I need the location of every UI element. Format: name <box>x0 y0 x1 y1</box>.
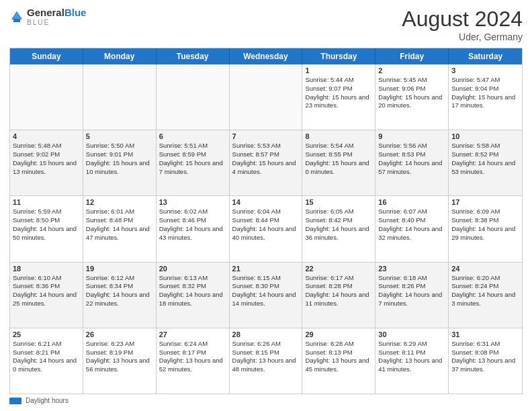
sunrise-text: Sunrise: 6:28 AM <box>305 340 372 349</box>
header-day-tuesday: Tuesday <box>157 48 230 64</box>
calendar-cell-11: 11Sunrise: 5:59 AMSunset: 8:50 PMDayligh… <box>10 196 83 261</box>
sunrise-text: Sunrise: 5:53 AM <box>232 142 300 150</box>
header: GeneralBlue BLUE August 2024 Uder, Germa… <box>9 7 523 42</box>
sunrise-text: Sunrise: 6:09 AM <box>451 208 519 216</box>
footer-label: Daylight hours <box>26 397 69 404</box>
daylight-text: Daylight: 15 hours and 13 minutes. <box>13 159 80 177</box>
calendar-cell-28: 28Sunrise: 6:26 AMSunset: 8:15 PMDayligh… <box>230 328 303 394</box>
daylight-text: Daylight: 15 hours and 17 minutes. <box>451 93 519 111</box>
sunset-text: Sunset: 8:55 PM <box>305 150 372 159</box>
day-number: 7 <box>232 132 300 140</box>
calendar-row-3: 18Sunrise: 6:10 AMSunset: 8:36 PMDayligh… <box>10 263 522 328</box>
calendar-body: 1Sunrise: 5:44 AMSunset: 9:07 PMDaylight… <box>10 64 522 394</box>
calendar-cell-31: 31Sunrise: 6:31 AMSunset: 8:08 PMDayligh… <box>449 328 522 394</box>
day-number: 6 <box>159 132 226 140</box>
day-number: 22 <box>305 265 372 273</box>
svg-marker-1 <box>12 12 21 19</box>
sunset-text: Sunset: 8:21 PM <box>13 349 80 357</box>
calendar-cell-2: 2Sunrise: 5:45 AMSunset: 9:06 PMDaylight… <box>375 64 449 130</box>
sunrise-text: Sunrise: 6:24 AM <box>159 340 226 349</box>
calendar-cell-empty <box>83 64 157 130</box>
sunrise-text: Sunrise: 6:26 AM <box>232 340 300 349</box>
day-number: 18 <box>13 265 80 273</box>
sunset-text: Sunset: 8:26 PM <box>378 282 445 291</box>
sunset-text: Sunset: 8:53 PM <box>378 150 445 159</box>
day-number: 30 <box>378 330 445 338</box>
daylight-text: Daylight: 13 hours and 48 minutes. <box>232 357 300 374</box>
sunrise-text: Sunrise: 6:20 AM <box>451 274 519 283</box>
calendar-row-4: 25Sunrise: 6:21 AMSunset: 8:21 PMDayligh… <box>10 328 522 394</box>
header-day-monday: Monday <box>83 48 157 64</box>
sunrise-text: Sunrise: 6:17 AM <box>305 274 372 283</box>
daylight-text: Daylight: 15 hours and 4 minutes. <box>232 159 300 177</box>
day-number: 8 <box>305 132 372 140</box>
logo-general: General <box>27 7 64 18</box>
sunrise-text: Sunrise: 5:50 AM <box>86 142 153 150</box>
calendar-row-1: 4Sunrise: 5:48 AMSunset: 9:02 PMDaylight… <box>10 130 522 196</box>
sunset-text: Sunset: 9:02 PM <box>13 150 80 159</box>
daylight-text: Daylight: 14 hours and 32 minutes. <box>378 225 445 242</box>
calendar-cell-30: 30Sunrise: 6:29 AMSunset: 8:11 PMDayligh… <box>375 328 449 394</box>
calendar-cell-empty <box>10 64 83 130</box>
day-number: 4 <box>13 132 80 140</box>
logo-blue: Blue <box>64 7 87 18</box>
daylight-text: Daylight: 14 hours and 50 minutes. <box>13 225 80 242</box>
daylight-text: Daylight: 14 hours and 57 minutes. <box>378 159 445 177</box>
day-number: 5 <box>86 132 153 140</box>
sunset-text: Sunset: 8:11 PM <box>378 349 445 357</box>
calendar-row-0: 1Sunrise: 5:44 AMSunset: 9:07 PMDaylight… <box>10 64 522 130</box>
daylight-text: Daylight: 14 hours and 22 minutes. <box>86 291 153 308</box>
sunset-text: Sunset: 8:17 PM <box>159 349 226 357</box>
daylight-text: Daylight: 14 hours and 36 minutes. <box>305 225 372 242</box>
sunrise-text: Sunrise: 6:04 AM <box>232 208 300 216</box>
sunrise-text: Sunrise: 5:45 AM <box>378 76 445 85</box>
calendar-cell-empty <box>230 64 303 130</box>
calendar-cell-18: 18Sunrise: 6:10 AMSunset: 8:36 PMDayligh… <box>10 263 83 328</box>
calendar-cell-26: 26Sunrise: 6:23 AMSunset: 8:19 PMDayligh… <box>83 328 157 394</box>
logo-area: GeneralBlue BLUE <box>9 7 86 26</box>
calendar-cell-5: 5Sunrise: 5:50 AMSunset: 9:01 PMDaylight… <box>83 130 157 195</box>
daylight-text: Daylight: 14 hours and 14 minutes. <box>232 291 300 308</box>
sunset-text: Sunset: 8:19 PM <box>86 349 153 357</box>
calendar-cell-empty <box>157 64 230 130</box>
day-number: 13 <box>159 198 226 206</box>
daylight-text: Daylight: 13 hours and 52 minutes. <box>159 357 226 374</box>
calendar-cell-29: 29Sunrise: 6:28 AMSunset: 8:13 PMDayligh… <box>302 328 375 394</box>
calendar-cell-4: 4Sunrise: 5:48 AMSunset: 9:02 PMDaylight… <box>10 130 83 195</box>
day-number: 15 <box>305 198 372 206</box>
sunrise-text: Sunrise: 6:13 AM <box>159 274 226 283</box>
daylight-text: Daylight: 14 hours and 3 minutes. <box>451 291 519 308</box>
calendar-cell-25: 25Sunrise: 6:21 AMSunset: 8:21 PMDayligh… <box>10 328 83 394</box>
sunrise-text: Sunrise: 6:31 AM <box>451 340 519 349</box>
sunset-text: Sunset: 9:01 PM <box>86 150 153 159</box>
calendar-header: SundayMondayTuesdayWednesdayThursdayFrid… <box>10 48 522 64</box>
day-number: 2 <box>378 66 445 75</box>
day-number: 29 <box>305 330 372 338</box>
sunrise-text: Sunrise: 6:01 AM <box>86 208 153 216</box>
calendar-cell-6: 6Sunrise: 5:51 AMSunset: 8:59 PMDaylight… <box>157 130 230 195</box>
day-number: 19 <box>86 265 153 273</box>
calendar-cell-7: 7Sunrise: 5:53 AMSunset: 8:57 PMDaylight… <box>230 130 303 195</box>
sunset-text: Sunset: 8:48 PM <box>86 216 153 225</box>
day-number: 24 <box>451 265 519 273</box>
daylight-text: Daylight: 13 hours and 37 minutes. <box>451 357 519 374</box>
calendar-cell-1: 1Sunrise: 5:44 AMSunset: 9:07 PMDaylight… <box>302 64 375 130</box>
calendar-cell-9: 9Sunrise: 5:56 AMSunset: 8:53 PMDaylight… <box>375 130 449 195</box>
sunset-text: Sunset: 8:15 PM <box>232 349 300 357</box>
calendar-row-2: 11Sunrise: 5:59 AMSunset: 8:50 PMDayligh… <box>10 196 522 262</box>
day-number: 21 <box>232 265 300 273</box>
calendar-cell-3: 3Sunrise: 5:47 AMSunset: 9:04 PMDaylight… <box>449 64 522 130</box>
sunrise-text: Sunrise: 6:29 AM <box>378 340 445 349</box>
calendar-cell-13: 13Sunrise: 6:02 AMSunset: 8:46 PMDayligh… <box>157 196 230 261</box>
sunset-text: Sunset: 8:46 PM <box>159 216 226 225</box>
calendar-cell-17: 17Sunrise: 6:09 AMSunset: 8:38 PMDayligh… <box>449 196 522 261</box>
day-number: 9 <box>378 132 445 140</box>
daylight-text: Daylight: 14 hours and 29 minutes. <box>451 225 519 242</box>
logo-tagline: BLUE <box>27 19 86 26</box>
footer-note: Daylight hours <box>9 397 523 404</box>
daylight-text: Daylight: 14 hours and 25 minutes. <box>13 291 80 308</box>
day-number: 20 <box>159 265 226 273</box>
sunrise-text: Sunrise: 5:51 AM <box>159 142 226 150</box>
sunrise-text: Sunrise: 6:15 AM <box>232 274 300 283</box>
sunrise-text: Sunrise: 6:23 AM <box>86 340 153 349</box>
